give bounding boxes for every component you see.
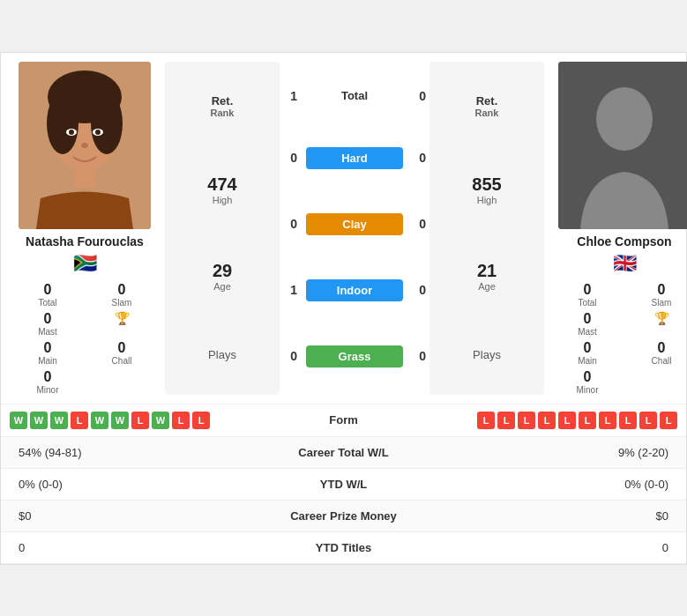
left-form-badge-8: W bbox=[152, 412, 169, 429]
right-form-badge-5: L bbox=[558, 412, 576, 429]
total-right-count: 0 bbox=[412, 89, 426, 103]
form-row: W W W L W W L W L L Form L L L L L L L L bbox=[1, 404, 686, 437]
svg-point-7 bbox=[69, 130, 74, 135]
indoor-left-count: 1 bbox=[283, 283, 297, 297]
right-form-badges: L L L L L L L L L L bbox=[397, 412, 678, 429]
left-player-flag: 🇿🇦 bbox=[73, 252, 97, 275]
svg-point-4 bbox=[91, 93, 123, 154]
right-plays: Plays bbox=[473, 348, 501, 361]
left-form-badge-6: W bbox=[111, 412, 129, 429]
career-prize-row: $0 Career Prize Money $0 bbox=[1, 501, 686, 532]
career-prize-right: $0 bbox=[414, 509, 669, 523]
ytd-wl-label: YTD W/L bbox=[273, 478, 414, 491]
surface-row-total: 1 Total 0 bbox=[283, 89, 426, 103]
right-player-card: Chloe Compson 🇬🇧 0 Total 0 Slam 0 Mast 🏆 bbox=[549, 62, 687, 395]
right-form-badge-6: L bbox=[579, 412, 596, 429]
left-stat-trophy: 🏆 bbox=[89, 311, 154, 337]
form-label: Form bbox=[291, 413, 397, 427]
right-player-flag: 🇬🇧 bbox=[613, 252, 637, 275]
right-stat-chall: 0 Chall bbox=[629, 340, 687, 366]
ytd-wl-right: 0% (0-0) bbox=[414, 478, 669, 491]
bottom-section: W W W L W W L W L L Form L L L L L L L L bbox=[1, 404, 686, 564]
right-form-badge-9: L bbox=[639, 412, 657, 429]
right-form-badge-10: L bbox=[660, 412, 677, 429]
left-stat-chall: 0 Chall bbox=[89, 340, 154, 366]
right-player-name: Chloe Compson bbox=[577, 234, 671, 249]
hard-left-count: 0 bbox=[283, 151, 297, 165]
clay-button: Clay bbox=[306, 213, 403, 235]
clay-left-count: 0 bbox=[283, 217, 297, 231]
right-high: 855 High bbox=[472, 174, 501, 205]
career-prize-left: $0 bbox=[19, 509, 273, 523]
top-section: Natasha Fourouclas 🇿🇦 0 Total 0 Slam 0 M… bbox=[1, 53, 686, 404]
left-form-badge-7: L bbox=[131, 412, 149, 429]
career-total-label: Career Total W/L bbox=[273, 446, 414, 459]
right-form-badge-4: L bbox=[538, 412, 556, 429]
left-stat-mast: 0 Mast bbox=[15, 311, 80, 337]
left-stat-main: 0 Main bbox=[15, 340, 80, 366]
grass-button: Grass bbox=[306, 345, 403, 367]
svg-point-9 bbox=[81, 143, 88, 148]
hard-right-count: 0 bbox=[412, 151, 426, 165]
career-total-left: 54% (94-81) bbox=[19, 446, 273, 459]
right-player-photo bbox=[558, 62, 687, 229]
surface-bars: 1 Total 0 0 Hard 0 0 Clay 0 bbox=[283, 62, 426, 395]
left-player-portrait-svg bbox=[19, 62, 151, 229]
right-form-badge-1: L bbox=[477, 412, 495, 429]
right-form-badge-8: L bbox=[619, 412, 637, 429]
main-container: Natasha Fourouclas 🇿🇦 0 Total 0 Slam 0 M… bbox=[0, 52, 687, 565]
right-player-stats: 0 Total 0 Slam 0 Mast 🏆 0 Main bbox=[549, 282, 687, 395]
svg-point-8 bbox=[95, 130, 101, 135]
right-stat-trophy: 🏆 bbox=[629, 311, 687, 337]
left-plays: Plays bbox=[208, 348, 236, 361]
ytd-titles-row: 0 YTD Titles 0 bbox=[1, 532, 686, 564]
right-player-portrait-svg bbox=[558, 62, 687, 229]
indoor-button: Indoor bbox=[306, 279, 403, 301]
left-rank-ret: Ret. Rank bbox=[211, 94, 235, 118]
left-form-badge-2: W bbox=[30, 412, 48, 429]
left-stat-minor: 0 Minor bbox=[15, 369, 80, 395]
hard-button: Hard bbox=[306, 147, 403, 169]
ytd-titles-right: 0 bbox=[414, 541, 669, 554]
left-player-card: Natasha Fourouclas 🇿🇦 0 Total 0 Slam 0 M… bbox=[10, 62, 160, 395]
ytd-wl-left: 0% (0-0) bbox=[19, 478, 273, 491]
right-stat-slam: 0 Slam bbox=[629, 282, 687, 308]
career-total-row: 54% (94-81) Career Total W/L 9% (2-20) bbox=[1, 437, 686, 469]
right-age: 21 Age bbox=[477, 261, 497, 292]
right-stats-panel: Ret. Rank 855 High 21 Age Plays bbox=[429, 62, 544, 395]
grass-left-count: 0 bbox=[283, 349, 297, 363]
right-trophy-icon: 🏆 bbox=[654, 311, 669, 325]
left-stat-total: 0 Total bbox=[15, 282, 80, 308]
career-total-right: 9% (2-20) bbox=[414, 446, 669, 459]
right-rank-ret: Ret. Rank bbox=[475, 94, 499, 118]
left-player-photo bbox=[19, 62, 151, 229]
right-stat-minor: 0 Minor bbox=[555, 369, 620, 395]
left-player-stats: 0 Total 0 Slam 0 Mast 🏆 0 Main bbox=[10, 282, 160, 395]
surface-row-hard: 0 Hard 0 bbox=[283, 147, 426, 169]
left-high: 474 High bbox=[207, 174, 236, 205]
indoor-right-count: 0 bbox=[412, 283, 426, 297]
svg-point-3 bbox=[47, 93, 78, 154]
total-left-count: 1 bbox=[283, 89, 297, 103]
total-label: Total bbox=[306, 89, 403, 102]
surface-row-clay: 0 Clay 0 bbox=[283, 213, 426, 235]
right-form-badge-2: L bbox=[497, 412, 515, 429]
right-form-badge-7: L bbox=[599, 412, 616, 429]
left-stat-slam: 0 Slam bbox=[89, 282, 154, 308]
surface-row-indoor: 1 Indoor 0 bbox=[283, 279, 426, 301]
left-trophy-icon: 🏆 bbox=[115, 311, 130, 325]
left-form-badge-9: L bbox=[172, 412, 190, 429]
clay-right-count: 0 bbox=[412, 217, 426, 231]
ytd-wl-row: 0% (0-0) YTD W/L 0% (0-0) bbox=[1, 469, 686, 501]
left-form-badges: W W W L W W L W L L bbox=[10, 412, 291, 429]
left-player-name: Natasha Fourouclas bbox=[26, 234, 144, 249]
grass-right-count: 0 bbox=[412, 349, 426, 363]
career-prize-label: Career Prize Money bbox=[273, 509, 414, 523]
left-form-badge-1: W bbox=[10, 412, 27, 429]
svg-point-13 bbox=[596, 87, 653, 151]
right-form-badge-3: L bbox=[518, 412, 535, 429]
ytd-titles-label: YTD Titles bbox=[273, 541, 414, 554]
right-stat-main: 0 Main bbox=[555, 340, 620, 366]
left-form-badge-3: W bbox=[50, 412, 68, 429]
right-stat-mast: 0 Mast bbox=[555, 311, 620, 337]
